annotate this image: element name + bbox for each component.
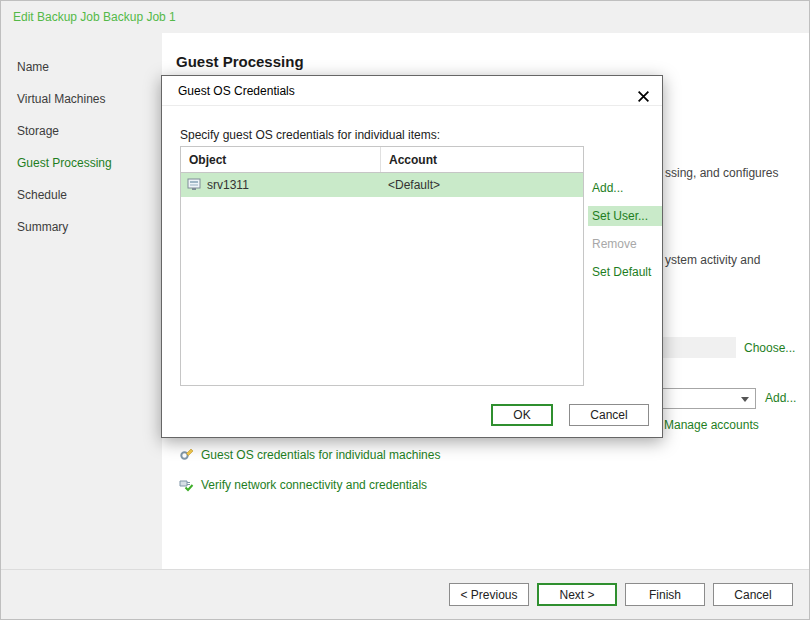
add-credentials-link[interactable]: Add... <box>765 391 796 405</box>
object-cell: srv1311 <box>181 177 380 194</box>
object-name: srv1311 <box>207 178 249 192</box>
dialog-cancel-button[interactable]: Cancel <box>569 404 649 426</box>
choose-button[interactable]: Choose... <box>744 341 795 355</box>
manage-accounts-link[interactable]: Manage accounts <box>664 418 759 432</box>
sidebar-item-guest-processing[interactable]: Guest Processing <box>1 147 162 179</box>
credentials-icon <box>178 446 194 462</box>
sidebar-item-summary[interactable]: Summary <box>1 211 162 243</box>
previous-button[interactable]: < Previous <box>449 583 529 606</box>
edit-backup-job-window: Edit Backup Job Backup Job 1 Name Virtua… <box>0 0 810 620</box>
chevron-down-icon <box>741 397 749 402</box>
guest-os-credentials-link[interactable]: Guest OS credentials for individual mach… <box>201 448 440 462</box>
verify-network-link[interactable]: Verify network connectivity and credenti… <box>201 478 427 492</box>
ok-button[interactable]: OK <box>491 404 553 426</box>
network-check-icon <box>178 476 194 492</box>
column-header-account[interactable]: Account <box>380 147 583 172</box>
next-button[interactable]: Next > <box>537 583 617 606</box>
window-titlebar: Edit Backup Job Backup Job 1 <box>1 1 809 33</box>
dialog-titlebar: Guest OS Credentials <box>162 76 662 106</box>
window-title: Edit Backup Job Backup Job 1 <box>13 10 176 24</box>
wizard-footer: < Previous Next > Finish Cancel <box>1 569 809 619</box>
add-button[interactable]: Add... <box>588 178 662 198</box>
sidebar-item-virtual-machines[interactable]: Virtual Machines <box>1 83 162 115</box>
close-icon[interactable] <box>637 84 651 98</box>
dialog-title: Guest OS Credentials <box>178 84 295 98</box>
account-cell: <Default> <box>380 178 583 192</box>
set-default-button[interactable]: Set Default <box>588 262 662 282</box>
table-row[interactable]: srv1311 <Default> <box>181 173 583 197</box>
background-text-fragment: ystem activity and <box>665 253 760 267</box>
sidebar-item-storage[interactable]: Storage <box>1 115 162 147</box>
set-user-button[interactable]: Set User... <box>588 206 662 226</box>
dialog-instruction: Specify guest OS credentials for individ… <box>180 128 440 142</box>
vm-icon <box>187 177 201 194</box>
table-header: Object Account <box>181 147 583 173</box>
sidebar-item-name[interactable]: Name <box>1 51 162 83</box>
cancel-button[interactable]: Cancel <box>713 583 793 606</box>
finish-button[interactable]: Finish <box>625 583 705 606</box>
sidebar-item-schedule[interactable]: Schedule <box>1 179 162 211</box>
column-header-object[interactable]: Object <box>181 147 380 172</box>
remove-button: Remove <box>588 234 662 254</box>
credentials-table: Object Account srv1311 <Default> <box>180 146 584 386</box>
page-title: Guest Processing <box>176 53 304 70</box>
background-text-fragment: ssing, and configures <box>665 166 778 180</box>
wizard-steps-sidebar: Name Virtual Machines Storage Guest Proc… <box>1 33 162 619</box>
guest-os-credentials-dialog: Guest OS Credentials Specify guest OS cr… <box>161 75 663 438</box>
